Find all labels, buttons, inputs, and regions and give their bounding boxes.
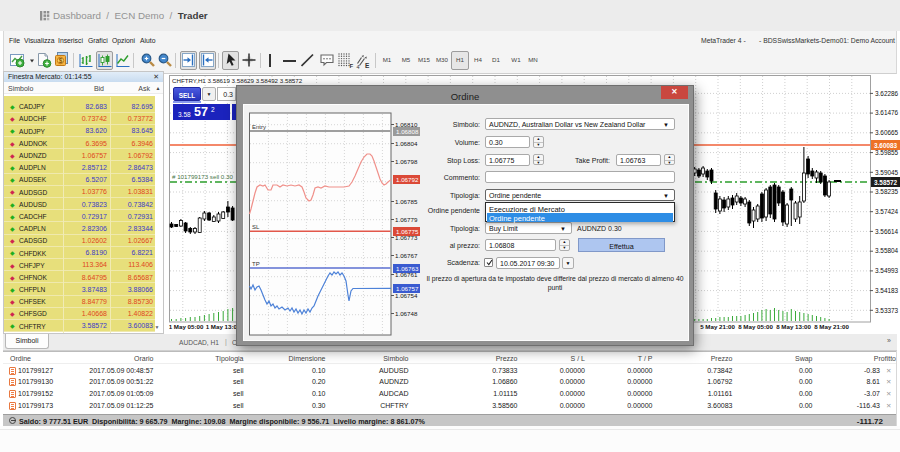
svg-text:3.60665: 3.60665 bbox=[875, 129, 899, 136]
svg-text:3.58235: 3.58235 bbox=[875, 188, 899, 195]
svg-text:3.60083: 3.60083 bbox=[874, 142, 898, 149]
svg-text:3.54183: 3.54183 bbox=[875, 287, 899, 294]
svg-text:F: F bbox=[350, 63, 354, 69]
svg-text:3.57424: 3.57424 bbox=[875, 208, 899, 215]
svg-text:# 101799173 sell 0.30: # 101799173 sell 0.30 bbox=[172, 173, 233, 180]
svg-text:3.53373: 3.53373 bbox=[875, 307, 899, 314]
svg-text:3.61476: 3.61476 bbox=[875, 109, 899, 116]
svg-text:4: 4 bbox=[357, 64, 360, 70]
svg-text:5 May 21:00: 5 May 21:00 bbox=[700, 323, 735, 330]
svg-text:$: $ bbox=[59, 57, 63, 65]
svg-text:8 May 05:00: 8 May 05:00 bbox=[738, 323, 773, 330]
svg-text:3.55804: 3.55804 bbox=[875, 247, 899, 254]
svg-text:3.54993: 3.54993 bbox=[875, 267, 899, 274]
svg-text:1 May 05:00: 1 May 05:00 bbox=[169, 323, 204, 330]
svg-text:SL: SL bbox=[252, 224, 260, 230]
svg-text:E: E bbox=[365, 62, 370, 69]
svg-text:8 May 21:00: 8 May 21:00 bbox=[814, 323, 849, 330]
svg-text:3.59045: 3.59045 bbox=[875, 169, 899, 176]
svg-text:3.62286: 3.62286 bbox=[875, 90, 899, 97]
svg-text:TP: TP bbox=[252, 261, 260, 267]
svg-text:8 May 13:00: 8 May 13:00 bbox=[776, 323, 811, 330]
svg-text:3.58572: 3.58572 bbox=[874, 179, 898, 186]
svg-text:3.56614: 3.56614 bbox=[875, 228, 899, 235]
svg-text:Entry: Entry bbox=[252, 124, 266, 130]
